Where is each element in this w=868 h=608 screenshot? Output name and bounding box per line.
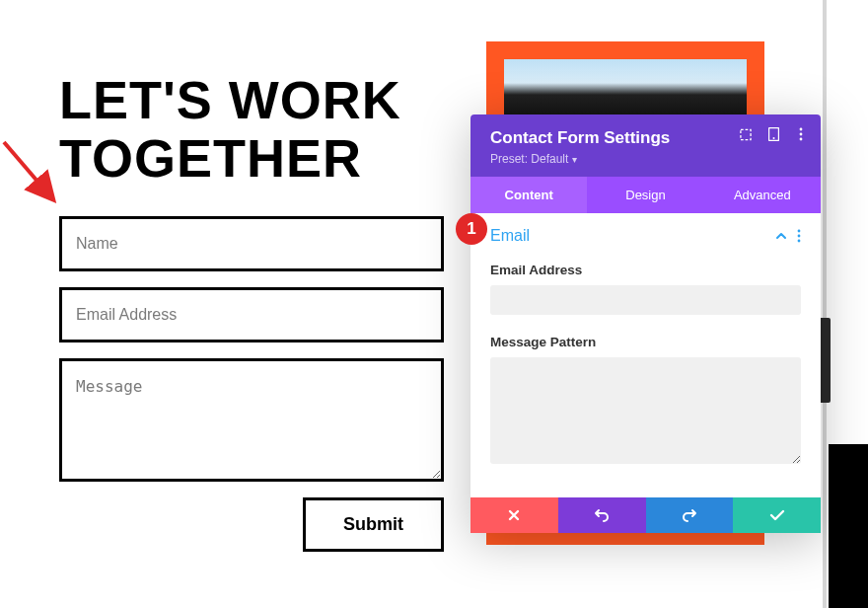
form-heading: LET'S WORK TOGETHER [59, 71, 444, 189]
email-field[interactable] [59, 287, 444, 342]
section-title[interactable]: Email [490, 227, 530, 245]
undo-icon [594, 508, 610, 522]
panel-preset[interactable]: Preset: Default [490, 152, 577, 166]
more-icon[interactable] [795, 128, 807, 140]
dark-sidebar-block [829, 444, 868, 608]
svg-point-4 [800, 133, 803, 136]
undo-button[interactable] [558, 497, 646, 533]
message-field[interactable] [59, 358, 444, 482]
message-pattern-label: Message Pattern [490, 335, 801, 349]
name-field[interactable] [59, 216, 444, 271]
background-card-image [504, 59, 747, 118]
tab-design[interactable]: Design [587, 177, 703, 213]
settings-panel: Contact Form Settings Preset: Default Co… [470, 114, 821, 533]
svg-point-6 [798, 230, 801, 233]
email-address-input[interactable] [490, 285, 801, 315]
tab-advanced[interactable]: Advanced [704, 177, 821, 213]
svg-point-5 [800, 138, 803, 141]
save-button[interactable] [733, 497, 821, 533]
panel-body: Email Email Address Message Pattern [470, 213, 821, 497]
page-divider [823, 0, 827, 608]
cancel-button[interactable] [470, 497, 558, 533]
svg-point-8 [798, 240, 801, 243]
section-more-icon[interactable] [797, 229, 801, 243]
expand-icon[interactable] [740, 128, 752, 140]
message-pattern-input[interactable] [490, 357, 801, 464]
svg-rect-0 [741, 129, 751, 139]
panel-tabs: Content Design Advanced [470, 177, 821, 213]
panel-header[interactable]: Contact Form Settings Preset: Default [470, 114, 821, 177]
collapse-icon[interactable] [775, 230, 787, 242]
tablet-icon[interactable] [767, 128, 779, 140]
submit-button[interactable]: Submit [303, 497, 444, 552]
email-address-label: Email Address [490, 263, 801, 277]
tab-content[interactable]: Content [470, 177, 587, 213]
check-icon [769, 509, 785, 521]
contact-form: LET'S WORK TOGETHER Submit [59, 71, 444, 552]
annotation-arrow [0, 138, 63, 207]
svg-point-3 [800, 128, 803, 131]
step-badge-1: 1 [456, 213, 487, 245]
svg-point-7 [798, 235, 801, 238]
panel-footer [470, 497, 821, 533]
close-icon [507, 508, 521, 522]
chevron-down-icon [572, 152, 577, 166]
panel-preset-label: Preset: Default [490, 152, 568, 166]
redo-icon [682, 508, 697, 522]
redo-button[interactable] [646, 497, 734, 533]
